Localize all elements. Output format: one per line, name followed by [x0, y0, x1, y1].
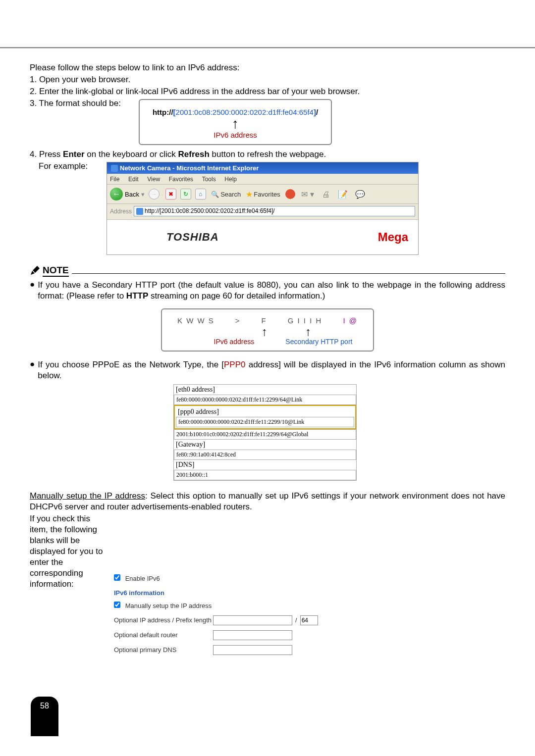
back-button-icon[interactable]: ← [110, 188, 123, 201]
step-1: 1. Open your web browser. [30, 74, 505, 85]
manual-setup-checkbox[interactable] [114, 602, 120, 608]
enable-ipv6-checkbox[interactable] [114, 574, 120, 581]
token-4: G I I I H [288, 316, 322, 325]
url-format-line: http://[2001:0c08:2500:0002:0202:d1ff:fe… [145, 108, 326, 116]
mega-text: Mega [378, 230, 408, 244]
page-icon [136, 208, 143, 215]
ie-toolbar: ← Back ▾ → · ✖ ↻ ⌂ 🔍 Search ★ Favorites … [107, 185, 418, 204]
ipv6-info-title: IPv6 information [114, 589, 381, 597]
optional-router-label: Optional default router [114, 631, 213, 639]
step-2: 2. Enter the link-global or link-local I… [30, 86, 505, 97]
optional-router-input[interactable] [213, 630, 292, 640]
ie-menu-bar: File Edit View Favorites Tools Help [107, 174, 418, 185]
dns-value: 2001:b000::1 [174, 470, 356, 480]
ipv6-info-table: [eth0 address] fe80:0000:0000:0000:0202:… [173, 384, 357, 481]
enable-ipv6-label: Enable IPv6 [125, 575, 160, 582]
ie-address-bar: Address http://[2001:0c08:2500:0002:0202… [107, 204, 418, 220]
ie-menu-edit[interactable]: Edit [128, 176, 139, 183]
ipv6-address-label: IPv6 address [145, 131, 326, 139]
token-2: > [235, 316, 241, 325]
dns-label: [DNS] [174, 460, 356, 470]
favorites-label[interactable]: Favorites [254, 191, 280, 198]
media-button-icon[interactable] [285, 189, 295, 199]
optional-dns-row: Optional primary DNS [114, 645, 381, 655]
ipv6-form: Enable IPv6 IPv6 information Manually se… [114, 574, 381, 655]
ie-screenshot: Network Camera - Microsoft Internet Expl… [107, 162, 419, 255]
back-label[interactable]: Back [125, 191, 139, 198]
optional-ip-input[interactable] [213, 615, 292, 625]
ie-page-body: TOSHIBA Mega [107, 220, 418, 254]
ppp0-value-1: fe80:0000:0000:0000:0202:d1ff:fe11:2299/… [176, 417, 354, 427]
toshiba-logo: TOSHIBA [166, 231, 219, 244]
optional-dns-label: Optional primary DNS [114, 646, 213, 654]
manual-check-text-full: If you check this item, the following bl… [30, 572, 505, 583]
arrow-up-icon: ↑ [305, 327, 311, 336]
ie-menu-file[interactable]: File [110, 176, 119, 183]
token-5: I @ [343, 316, 358, 325]
manual-setup-row: Manually setup the IP address [114, 602, 381, 609]
ppp0-label: [ppp0 address] [176, 407, 354, 417]
print-icon[interactable]: 🖨 [322, 190, 330, 199]
token-1: K W W S [177, 316, 214, 325]
gateway-value: fe80::90:1a00:4142:8ced [174, 450, 356, 460]
optional-dns-input[interactable] [213, 645, 292, 655]
intro-text: Please follow the steps below to link to… [30, 62, 505, 73]
ie-menu-view[interactable]: View [147, 176, 160, 183]
address-input[interactable]: http://[2001:0c08:2500:0002:0202:d1ff:fe… [134, 206, 415, 216]
search-button[interactable]: 🔍 Search [211, 191, 241, 198]
url-suffix: / [316, 108, 318, 116]
manual-setup-label: Manually setup the IP address [125, 602, 212, 609]
eth0-value: fe80:0000:0000:0000:0202:d1ff:fe11:2299/… [174, 395, 356, 405]
note-bullet-2: ● If you choose PPPoE as the Network Typ… [30, 359, 505, 382]
ppp0-highlight: [ppp0 address] fe80:0000:0000:0000:0202:… [174, 405, 356, 429]
note-bullet-1: ● If you have a Secondary HTTP port (the… [30, 280, 505, 302]
ie-menu-tools[interactable]: Tools [202, 176, 216, 183]
ppp0-value-2: 2001:b100:01c0:0002:0202:d1ff:fe11:2299/… [174, 429, 356, 440]
step-4: 4. Press Enter on the keyboard or click … [30, 149, 505, 160]
prefix-length-input[interactable] [300, 615, 318, 625]
token-3: F [262, 316, 267, 325]
ipv6-address-label: IPv6 address [214, 338, 255, 346]
url-ipv6-address: 2001:0c08:2500:0002:0202:d1ff:fe04:65f4 [176, 108, 314, 116]
ie-titlebar: Network Camera - Microsoft Internet Expl… [107, 162, 418, 174]
forward-button-icon[interactable]: → [149, 189, 160, 200]
refresh-button-icon[interactable]: ↻ [180, 189, 191, 200]
ie-logo-icon [111, 165, 118, 172]
for-example-label: For example: [39, 161, 106, 172]
home-button-icon[interactable]: ⌂ [195, 189, 206, 200]
gateway-label: [Gateway] [174, 440, 356, 450]
secondary-port-example: K W W S > F G I I I H I @ ↑ ↑ IPv6 addre… [161, 308, 374, 351]
mail-icon[interactable]: ✉ [301, 190, 308, 199]
arrow-up-icon: ↑ [262, 327, 268, 336]
url-prefix: http:// [153, 108, 173, 116]
url-format-box: http://[2001:0c08:2500:0002:0202:d1ff:fe… [139, 99, 332, 145]
discuss-icon[interactable]: 💬 [355, 190, 365, 199]
step-3: 3. The format should be: [30, 98, 134, 109]
optional-ip-label: Optional IP address / Prefix length [114, 616, 213, 624]
note-title: NOTE [43, 265, 69, 277]
edit-icon[interactable]: 📝 [338, 190, 348, 199]
manual-setup-text: Manually setup the IP address: Select th… [30, 491, 505, 512]
favorites-star-icon[interactable]: ★ [246, 190, 253, 199]
optional-ip-row: Optional IP address / Prefix length / [114, 615, 381, 625]
page-number: 58 [31, 697, 58, 736]
ie-menu-favorites[interactable]: Favorites [169, 176, 193, 183]
arrow-up-icon: ↑ [145, 118, 326, 129]
note-header: NOTE [30, 265, 505, 277]
optional-router-row: Optional default router [114, 630, 381, 640]
ie-extra-icons: ✉ ▾ 🖨 📝 💬 [295, 190, 366, 199]
stop-button-icon[interactable]: ✖ [165, 189, 176, 200]
ie-menu-help[interactable]: Help [224, 176, 237, 183]
secondary-port-label: Secondary HTTP port [285, 338, 352, 346]
eth0-label: [eth0 address] [174, 385, 356, 395]
note-pen-icon [30, 266, 40, 276]
address-label: Address [110, 208, 132, 215]
